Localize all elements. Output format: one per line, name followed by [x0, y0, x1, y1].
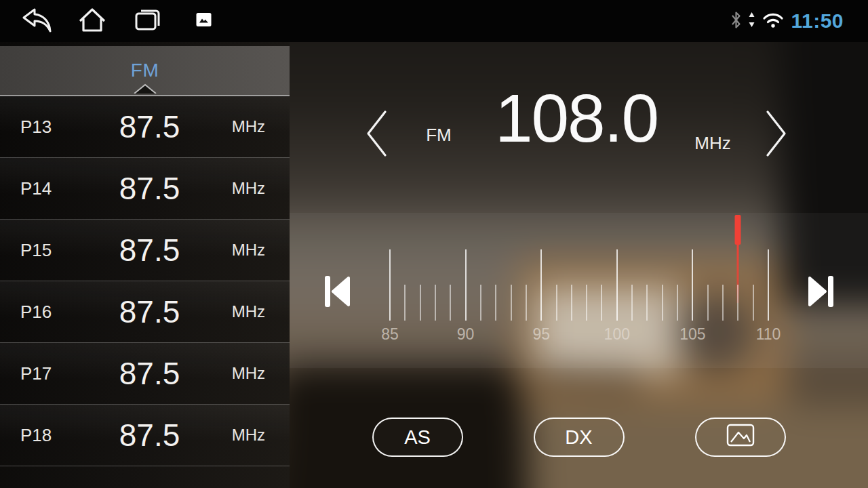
preset-unit: MHz: [218, 117, 265, 136]
tune-up-button[interactable]: [761, 108, 791, 159]
seek-previous-button[interactable]: [323, 274, 351, 309]
preset-unit: MHz: [218, 179, 265, 198]
preset-id: P15: [20, 240, 81, 261]
pointer-head: [735, 215, 741, 245]
minor-tick: [450, 285, 451, 321]
scale-tick-label: 110: [741, 325, 795, 344]
tuning-scale[interactable]: 859095100105110: [390, 249, 768, 321]
clock: 11:50: [791, 9, 844, 33]
background-radio-knob: [578, 367, 601, 390]
preset-frequency: 87.5: [81, 355, 218, 392]
major-tick: [389, 249, 391, 321]
minor-tick: [722, 285, 724, 321]
chevron-left-icon: [362, 150, 392, 161]
minor-tick: [495, 285, 496, 321]
dx-local-button[interactable]: DX: [534, 418, 625, 457]
nav-icons: [20, 0, 220, 42]
preset-row[interactable]: P18 87.5 MHz: [0, 405, 290, 466]
minor-tick: [571, 285, 572, 321]
minor-tick: [556, 285, 557, 321]
back-icon: [20, 6, 53, 36]
bluetooth-icon: [730, 10, 743, 33]
preset-frequency: 87.5: [81, 232, 218, 268]
home-button[interactable]: [76, 6, 108, 36]
home-icon: [77, 5, 108, 37]
status-indicators: 11:50: [730, 0, 844, 42]
minor-tick: [420, 285, 421, 321]
minor-tick: [511, 285, 512, 321]
scale-tick-label: 105: [665, 325, 719, 344]
minor-tick: [526, 285, 527, 321]
band-tab-label: FM: [131, 60, 159, 81]
minor-tick: [435, 285, 436, 321]
screenshot-button[interactable]: [187, 6, 220, 36]
minor-tick: [404, 285, 406, 321]
major-tick: [540, 249, 542, 321]
major-tick: [616, 249, 618, 321]
collapse-caret-icon: [134, 83, 157, 96]
frequency-unit: MHz: [689, 133, 736, 154]
preset-panel: FM P13 87.5 MHz P14 87.5 MHz P15 87.5 MH…: [0, 42, 290, 488]
scale-tick-label: 100: [590, 325, 644, 344]
band-tab-fm[interactable]: FM: [0, 46, 290, 96]
wifi-icon: [761, 11, 785, 31]
current-frequency: 108.0: [468, 84, 685, 152]
preset-unit: MHz: [218, 426, 265, 445]
radio-app-screen: 11:50 FM P13 87.5 MHz P14 87.5 MHz P1: [0, 0, 868, 488]
skip-previous-icon: [323, 301, 351, 311]
preset-id: P16: [20, 302, 81, 323]
major-tick: [465, 249, 467, 321]
scale-tick-label: 95: [514, 325, 568, 344]
preset-frequency: 87.5: [81, 108, 218, 145]
minor-tick: [737, 285, 738, 321]
minor-tick: [646, 285, 648, 321]
back-button[interactable]: [20, 6, 53, 36]
preset-unit: MHz: [218, 364, 265, 383]
tune-down-button[interactable]: [362, 108, 392, 159]
status-bar: 11:50: [0, 0, 868, 42]
preset-id: P18: [20, 425, 81, 446]
preset-row[interactable]: P16 87.5 MHz: [0, 281, 290, 343]
auto-store-button[interactable]: AS: [372, 418, 463, 457]
minor-tick: [662, 285, 663, 321]
preset-id: P14: [20, 178, 81, 199]
preset-unit: MHz: [218, 241, 265, 260]
preset-list: P13 87.5 MHz P14 87.5 MHz P15 87.5 MHz P…: [0, 96, 290, 466]
minor-tick: [601, 285, 602, 321]
bottom-controls: AS DX: [290, 418, 868, 457]
major-tick: [692, 249, 693, 321]
screenshot-icon: [195, 12, 212, 30]
preset-row[interactable]: P15 87.5 MHz: [0, 220, 290, 281]
chevron-right-icon: [761, 150, 791, 161]
preset-row[interactable]: P14 87.5 MHz: [0, 158, 290, 220]
minor-tick: [677, 285, 678, 321]
wallpaper-button[interactable]: [695, 418, 786, 457]
current-band-label: FM: [415, 125, 462, 146]
preset-id: P13: [20, 117, 81, 138]
preset-row[interactable]: P13 87.5 MHz: [0, 96, 290, 158]
recent-apps-button[interactable]: [132, 6, 164, 36]
preset-frequency: 87.5: [81, 293, 218, 330]
preset-frequency: 87.5: [81, 170, 218, 207]
scale-tick-label: 90: [439, 325, 493, 344]
scale-tick-label: 85: [363, 325, 417, 344]
minor-tick: [707, 285, 709, 321]
minor-tick: [631, 285, 633, 321]
skip-next-icon: [807, 301, 835, 311]
major-tick: [768, 249, 769, 321]
preset-row[interactable]: P17 87.5 MHz: [0, 343, 290, 405]
preset-unit: MHz: [218, 302, 265, 321]
minor-tick: [753, 285, 754, 321]
picture-icon: [726, 424, 755, 451]
seek-next-button[interactable]: [807, 274, 835, 309]
background-radio-knob: [612, 368, 635, 391]
preset-frequency: 87.5: [81, 417, 218, 453]
preset-id: P17: [20, 363, 81, 384]
background-radio-knob: [544, 365, 567, 388]
data-transfer-icon: [748, 12, 755, 30]
recent-apps-icon: [132, 6, 163, 36]
minor-tick: [586, 285, 587, 321]
minor-tick: [480, 285, 481, 321]
